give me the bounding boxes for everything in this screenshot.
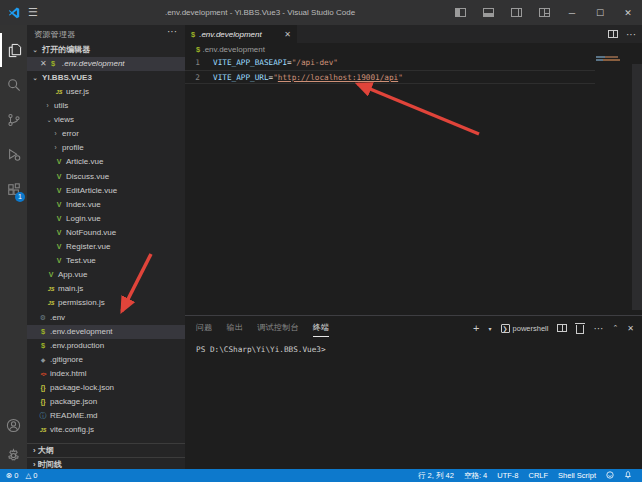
chevron-right-icon: › — [54, 128, 61, 141]
vue-file-icon: V — [54, 240, 64, 254]
project-section[interactable]: ⌄ YI.BBS.VUE3 — [27, 71, 185, 85]
outline-section[interactable]: › 大纲 — [27, 443, 185, 457]
terminal-prompt[interactable]: PS D:\CSharp\Yi\Yi.BBS.Vue3> — [196, 345, 326, 354]
code-line-1[interactable]: 1VITE_APP_BASEAPI="/api-dev" — [185, 56, 595, 70]
tree-item-index-html[interactable]: <>index.html — [27, 367, 185, 381]
run-debug-icon[interactable] — [0, 138, 27, 172]
cursor-position[interactable]: 行 2, 列 42 — [418, 471, 454, 481]
tree-item-editarticle-vue[interactable]: VEditArticle.vue — [27, 184, 185, 198]
tree-item-profile[interactable]: ›profile — [27, 141, 185, 155]
feedback-icon[interactable] — [606, 471, 614, 481]
tree-item-label: .env.production — [50, 341, 104, 350]
tree-item-label: Article.vue — [66, 157, 103, 166]
tree-item--env-development[interactable]: $.env.development — [27, 325, 185, 339]
tree-item-utils[interactable]: ›utils — [27, 99, 185, 113]
url-link[interactable]: http://localhost:19001/api — [278, 71, 398, 83]
tree-item-discuss-vue[interactable]: VDiscuss.vue — [27, 170, 185, 184]
tree-item-login-vue[interactable]: VLogin.vue — [27, 212, 185, 226]
panel-more-actions-icon[interactable]: ··· — [593, 323, 603, 334]
js-file-icon: JS — [38, 423, 48, 437]
tree-item-label: App.vue — [58, 270, 87, 279]
language-mode[interactable]: Shell Script — [558, 471, 596, 480]
tree-item-package-lock-json[interactable]: {}package-lock.json — [27, 381, 185, 395]
shell-selector[interactable]: ❯ powershell — [501, 324, 549, 333]
chevron-down-icon: ⌄ — [46, 114, 53, 127]
code-editor[interactable]: 1VITE_APP_BASEAPI="/api-dev"2VITE_APP_UR… — [185, 56, 595, 84]
close-button[interactable]: ✕ — [614, 0, 642, 25]
close-panel-icon[interactable]: ✕ — [627, 324, 634, 333]
minimize-button[interactable]: ─ — [558, 0, 586, 25]
search-icon[interactable] — [0, 68, 27, 102]
tree-item--env[interactable]: ⚙.env — [27, 311, 185, 325]
maximize-panel-icon[interactable]: ⌃ — [612, 324, 618, 332]
tree-item-vite-config-js[interactable]: JSvite.config.js — [27, 423, 185, 437]
tab-close-icon[interactable]: ✕ — [284, 30, 291, 39]
bottom-panel: 问题输出调试控制台终端 + ▾ ❯ powershell ··· ⌃ ✕ PS … — [185, 315, 642, 469]
warnings-status[interactable]: △ 0 — [25, 471, 37, 480]
toggle-secondary-sidebar-icon[interactable] — [502, 0, 530, 25]
tree-item-main-js[interactable]: JSmain.js — [27, 282, 185, 296]
tree-item-notfound-vue[interactable]: VNotFound.vue — [27, 226, 185, 240]
shell-file-icon: $ — [51, 57, 55, 71]
indentation-status[interactable]: 空格: 4 — [464, 471, 487, 481]
notifications-bell-icon[interactable] — [624, 470, 632, 481]
tree-item-label: package-lock.json — [50, 383, 114, 392]
errors-status[interactable]: ⊗ 0 — [6, 471, 18, 480]
tree-item-label: EditArticle.vue — [66, 186, 117, 195]
new-terminal-icon[interactable]: + — [473, 322, 479, 334]
split-editor-icon[interactable] — [608, 30, 618, 38]
tree-item-permission-js[interactable]: JSpermission.js — [27, 296, 185, 310]
tree-item-app-vue[interactable]: VApp.vue — [27, 268, 185, 282]
tree-item-label: permission.js — [58, 298, 105, 307]
chevron-right-icon: › — [33, 446, 36, 455]
customize-layout-icon[interactable] — [530, 0, 558, 25]
maximize-button[interactable]: ☐ — [586, 0, 614, 25]
tree-item--env-production[interactable]: $.env.production — [27, 339, 185, 353]
split-terminal-icon[interactable] — [557, 324, 567, 332]
shell-file-icon: $ — [196, 45, 200, 54]
editor-scrollbar[interactable] — [632, 64, 642, 310]
chevron-right-icon: › — [54, 142, 61, 155]
encoding-status[interactable]: UTF-8 — [497, 471, 518, 480]
tree-item-register-vue[interactable]: VRegister.vue — [27, 240, 185, 254]
toggle-panel-icon[interactable] — [474, 0, 502, 25]
panel-tab-输出[interactable]: 输出 — [227, 319, 244, 337]
html-file-icon: <> — [38, 367, 48, 381]
explorer-icon[interactable] — [0, 33, 27, 67]
tree-item--gitignore[interactable]: ◆.gitignore — [27, 353, 185, 367]
tab-env-development[interactable]: $ .env.development ✕ — [185, 25, 297, 43]
tree-item-index-vue[interactable]: VIndex.vue — [27, 198, 185, 212]
terminal-dropdown-icon[interactable]: ▾ — [489, 325, 492, 332]
tree-item-article-vue[interactable]: VArticle.vue — [27, 155, 185, 169]
kill-terminal-icon[interactable] — [576, 325, 584, 334]
panel-tab-调试控制台[interactable]: 调试控制台 — [257, 319, 299, 337]
open-editor-item[interactable]: ✕ $ .env.development — [27, 57, 185, 71]
eol-status[interactable]: CRLF — [528, 471, 548, 480]
code-line-2[interactable]: 2VITE_APP_URL="http://localhost:19001/ap… — [185, 70, 595, 84]
code-token: " — [398, 71, 403, 83]
source-control-icon[interactable] — [0, 103, 27, 137]
sidebar-more-actions-icon[interactable]: ··· — [167, 26, 177, 37]
tree-item-readme-md[interactable]: ⓘREADME.md — [27, 409, 185, 423]
tree-item-label: Discuss.vue — [66, 172, 109, 181]
toggle-sidebar-icon[interactable] — [446, 0, 474, 25]
extensions-icon[interactable]: 1 — [0, 173, 27, 207]
settings-gear-icon[interactable] — [0, 438, 27, 472]
close-icon[interactable]: ✕ — [40, 57, 47, 71]
account-icon[interactable] — [0, 408, 27, 442]
vue-file-icon: V — [54, 254, 64, 268]
tree-item-views[interactable]: ⌄views — [27, 113, 185, 127]
json-file-icon: {} — [38, 395, 48, 409]
window-title: .env.development - Yi.BBS.Vue3 - Visual … — [30, 0, 490, 25]
open-editors-section[interactable]: ⌄ 打开的编辑器 — [27, 43, 185, 57]
breadcrumb[interactable]: $ .env.development — [185, 43, 642, 56]
chevron-right-icon: › — [33, 460, 36, 469]
panel-tab-终端[interactable]: 终端 — [313, 319, 330, 337]
editor-more-actions-icon[interactable]: ··· — [626, 29, 636, 40]
panel-tab-问题[interactable]: 问题 — [196, 319, 213, 337]
tree-item-error[interactable]: ›error — [27, 127, 185, 141]
tree-item-package-json[interactable]: {}package.json — [27, 395, 185, 409]
tree-item-test-vue[interactable]: VTest.vue — [27, 254, 185, 268]
tree-item-user-js[interactable]: JSuser.js — [27, 85, 185, 99]
minimap[interactable] — [596, 56, 626, 62]
